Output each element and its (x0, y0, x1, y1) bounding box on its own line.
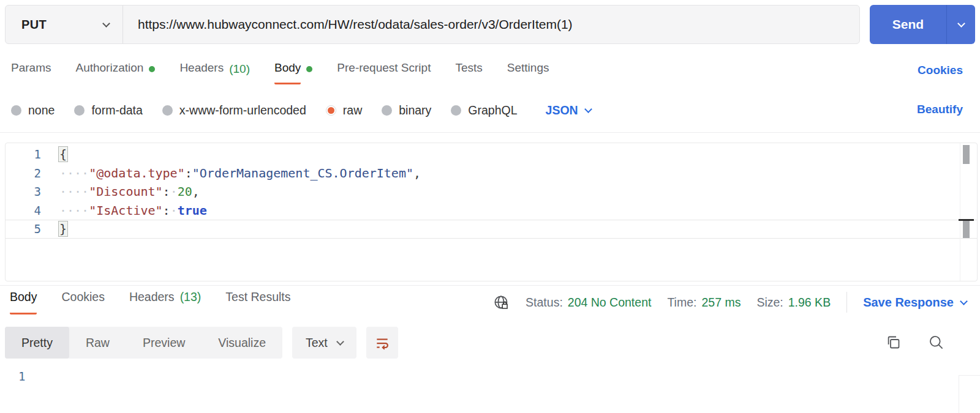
response-view-toolbar: Pretty Raw Preview Visualize Text (5, 327, 398, 359)
chevron-down-icon (584, 105, 592, 113)
method-label: PUT (21, 18, 47, 32)
radio-icon (74, 105, 85, 116)
line-number: 3 (6, 185, 59, 198)
response-tab-test-results[interactable]: Test Results (225, 290, 290, 314)
mode-form-data[interactable]: form-data (74, 103, 142, 117)
editor-line-current: 5 } (6, 220, 977, 239)
editor-line: 3 ····"Discount":·20, (6, 182, 977, 201)
view-preview[interactable]: Preview (126, 327, 202, 359)
mode-binary[interactable]: binary (382, 103, 431, 117)
request-url-bar: PUT https://www.hubwayconnect.com/HW/res… (5, 5, 860, 44)
url-input[interactable]: https://www.hubwayconnect.com/HW/rest/od… (123, 6, 859, 43)
copy-response-button[interactable] (885, 334, 902, 353)
copy-icon (885, 334, 902, 351)
line-number: 2 (6, 166, 59, 180)
wrap-lines-button[interactable] (366, 327, 398, 359)
editor-scrollbar-marker[interactable] (963, 221, 970, 238)
editor-line: 2 ····"@odata.type":"OrderManagement_CS.… (6, 164, 977, 183)
tab-tests[interactable]: Tests (455, 61, 482, 84)
response-tab-body[interactable]: Body (10, 290, 37, 314)
size-value: 1.96 KB (788, 296, 831, 310)
response-line-number: 1 (18, 370, 25, 383)
divider (0, 285, 980, 286)
response-tab-headers[interactable]: Headers (13) (129, 290, 201, 314)
view-visualize[interactable]: Visualize (202, 327, 282, 359)
status-badge: Status: 204 No Content (526, 296, 651, 310)
beautify-link[interactable]: Beautify (917, 103, 963, 116)
tab-authorization[interactable]: Authorization (75, 61, 155, 84)
line-number: 1 (6, 147, 59, 161)
editor-line: 1 { (6, 145, 977, 164)
send-options-button[interactable] (947, 5, 975, 44)
mode-raw[interactable]: raw (326, 103, 362, 117)
tab-pre-request-script[interactable]: Pre-request Script (337, 61, 431, 84)
view-mode-segmented-control: Pretty Raw Preview Visualize (5, 327, 282, 359)
send-split-button: Send (870, 5, 975, 44)
save-response-button[interactable]: Save Response (863, 296, 967, 310)
response-scrollbar-corner (959, 375, 980, 376)
body-mode-row: none form-data x-www-form-urlencoded raw… (11, 97, 591, 124)
tab-params[interactable]: Params (11, 61, 51, 84)
method-select[interactable]: PUT (6, 6, 123, 43)
rest-client-window: PUT https://www.hubwayconnect.com/HW/res… (0, 0, 980, 413)
globe-lock-icon (493, 294, 510, 311)
radio-icon (382, 105, 392, 116)
request-tabs: Params Authorization Headers (10) Body P… (11, 61, 549, 84)
line-number: 5 (6, 222, 59, 236)
chevron-down-icon (957, 20, 965, 28)
view-pretty[interactable]: Pretty (5, 327, 69, 359)
time-value: 257 ms (701, 296, 741, 310)
line-number: 4 (6, 204, 59, 217)
send-button[interactable]: Send (870, 5, 947, 44)
network-info-button[interactable] (493, 294, 510, 311)
tab-body[interactable]: Body (274, 61, 312, 84)
radio-icon (162, 105, 173, 116)
format-select[interactable]: Text (292, 327, 356, 359)
editor-line: 4 ····"IsActive":·true (6, 201, 977, 220)
time-badge: Time: 257 ms (667, 296, 741, 310)
text-wrap-icon (374, 335, 390, 351)
mode-graphql[interactable]: GraphQL (451, 103, 517, 117)
tab-headers[interactable]: Headers (10) (179, 61, 250, 84)
mode-x-www-form-urlencoded[interactable]: x-www-form-urlencoded (162, 103, 306, 117)
chevron-down-icon (960, 297, 968, 305)
language-select[interactable]: JSON (546, 103, 591, 117)
search-icon (928, 334, 944, 351)
radio-icon (11, 105, 21, 116)
editor-scrollbar-track (960, 143, 960, 281)
divider (846, 292, 847, 313)
radio-icon (451, 105, 461, 116)
radio-selected-icon (326, 105, 336, 116)
headers-count: (10) (229, 62, 250, 76)
status-value: 204 No Content (568, 296, 652, 310)
tab-settings[interactable]: Settings (507, 61, 549, 84)
mode-none[interactable]: none (11, 103, 55, 117)
cookies-link[interactable]: Cookies (918, 64, 963, 77)
request-body-editor[interactable]: 1 { 2 ····"@odata.type":"OrderManagement… (5, 143, 978, 281)
divider (0, 132, 980, 133)
view-raw[interactable]: Raw (69, 327, 126, 359)
search-response-button[interactable] (928, 334, 944, 353)
response-scrollbar-track (959, 375, 959, 413)
green-dot-icon (306, 66, 312, 72)
response-tab-cookies[interactable]: Cookies (61, 290, 104, 314)
editor-scrollbar-thumb[interactable] (963, 145, 970, 164)
response-tabs: Body Cookies Headers (13) Test Results (10, 290, 291, 314)
response-meta: Status: 204 No Content Time: 257 ms Size… (493, 290, 967, 314)
size-badge: Size: 1.96 KB (756, 296, 831, 310)
response-headers-count: (13) (180, 290, 202, 314)
chevron-down-icon (336, 338, 344, 346)
green-dot-icon (149, 66, 155, 72)
chevron-down-icon (102, 20, 110, 28)
